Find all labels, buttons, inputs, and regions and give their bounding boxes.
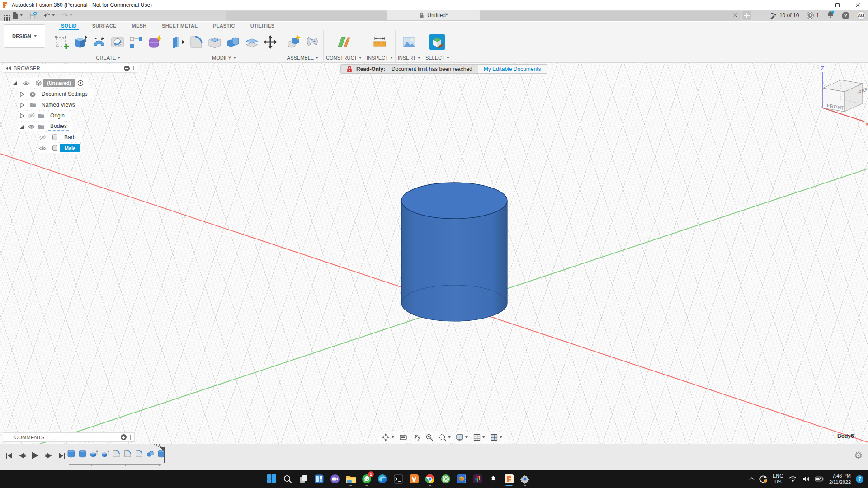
insert-dropdown[interactable]: INSERT: [398, 54, 420, 61]
eye-hidden-icon[interactable]: [28, 113, 35, 118]
terminal-button[interactable]: [392, 471, 404, 487]
extrude-button[interactable]: [71, 31, 90, 53]
eye-visible-icon[interactable]: [28, 124, 35, 129]
notifications-button[interactable]: [826, 10, 835, 20]
help-button[interactable]: ?: [842, 12, 849, 19]
collapsed-arrow-icon[interactable]: [19, 91, 25, 97]
language-switcher[interactable]: ENG US: [773, 473, 783, 484]
tab-sheet-metal[interactable]: SHEET METAL: [154, 22, 205, 30]
account-avatar[interactable]: AU: [857, 11, 865, 20]
fillet-button[interactable]: [187, 31, 205, 53]
activate-radio-icon[interactable]: [77, 80, 84, 86]
maximize-button[interactable]: [827, 0, 848, 10]
new-component-button[interactable]: [284, 31, 302, 53]
construct-dropdown[interactable]: CONSTRUCT: [326, 54, 362, 61]
editable-documents-link[interactable]: My Editable Documents: [484, 66, 541, 72]
wifi-icon[interactable]: [788, 475, 797, 483]
comments-panel[interactable]: COMMENTS: [3, 432, 135, 442]
undo-button[interactable]: [41, 11, 57, 19]
timeline-settings-gear-icon[interactable]: ⚙: [854, 450, 863, 460]
timeline-feature-fillet-1[interactable]: [111, 448, 121, 460]
file-menu-button[interactable]: [9, 11, 25, 20]
save-button[interactable]: [27, 11, 39, 20]
eye-visible-icon[interactable]: [22, 81, 30, 86]
settings-button[interactable]: [519, 471, 531, 487]
timeline-feature-fillet-2[interactable]: [123, 448, 132, 460]
browser-grip[interactable]: [132, 66, 134, 70]
whatsapp-button[interactable]: 1: [361, 471, 373, 487]
redo-button[interactable]: [59, 11, 75, 19]
tab-utilities[interactable]: UTILITIES: [243, 22, 283, 30]
close-button[interactable]: [848, 0, 868, 10]
timeline-feature-extrude-1[interactable]: [89, 448, 99, 460]
tray-clock[interactable]: 7:46 PM 2/11/2022: [829, 473, 851, 486]
history-button[interactable]: 1: [806, 11, 819, 19]
edge-button[interactable]: [377, 471, 388, 487]
fusion360-taskbar-button[interactable]: [503, 471, 515, 487]
battery-icon[interactable]: [815, 476, 824, 482]
go-to-start-button[interactable]: [5, 451, 14, 460]
construction-plane-button[interactable]: [335, 31, 353, 53]
timeline-position-marker[interactable]: [160, 445, 168, 463]
search-button[interactable]: [282, 471, 293, 487]
volume-icon[interactable]: [802, 475, 810, 483]
timeline-feature-fillet-3[interactable]: [134, 448, 144, 460]
collapsed-arrow-icon[interactable]: [19, 102, 25, 108]
tab-solid[interactable]: SOLID: [53, 22, 85, 30]
comments-expand-icon[interactable]: [121, 434, 127, 440]
chat-button[interactable]: [329, 471, 341, 487]
go-to-end-button[interactable]: [57, 451, 66, 460]
document-counter[interactable]: 10 of 10: [770, 12, 799, 19]
tab-surface[interactable]: SURFACE: [85, 22, 124, 30]
eye-visible-icon[interactable]: [39, 146, 47, 151]
display-settings-button[interactable]: [455, 432, 469, 442]
browser-header[interactable]: BROWSER: [3, 64, 137, 73]
insert-canvas-button[interactable]: [400, 31, 418, 53]
document-tab[interactable]: Untitled*: [387, 10, 480, 20]
pan-button[interactable]: [411, 432, 421, 442]
new-tab-button[interactable]: [742, 11, 751, 20]
tab-plastic[interactable]: PLASTIC: [205, 22, 242, 30]
create-sketch-button[interactable]: [53, 31, 71, 53]
cube-app-button[interactable]: [456, 471, 467, 487]
viewports-button[interactable]: [489, 432, 503, 442]
assemble-dropdown[interactable]: ASSEMBLE: [284, 54, 321, 61]
look-at-button[interactable]: [398, 432, 408, 442]
eye-hidden-icon[interactable]: [39, 135, 47, 140]
collapse-panel-icon[interactable]: [6, 66, 11, 70]
revolve-button[interactable]: [90, 31, 108, 53]
tree-row-barb[interactable]: Barb: [3, 132, 137, 143]
green-app-button[interactable]: [440, 471, 452, 487]
task-view-button[interactable]: [297, 471, 309, 487]
create-dropdown[interactable]: CREATE: [53, 54, 164, 61]
expanded-arrow-icon[interactable]: [12, 80, 18, 86]
combine-button[interactable]: [224, 31, 242, 53]
timeline-feature-extrude-2[interactable]: [100, 448, 110, 460]
select-button[interactable]: [428, 31, 446, 53]
slack-button[interactable]: [472, 471, 483, 487]
tree-row-document-settings[interactable]: Document Settings: [3, 89, 137, 99]
sync-tray-icon[interactable]: [759, 474, 768, 483]
chrome-button[interactable]: [424, 471, 436, 487]
start-button[interactable]: [266, 471, 278, 487]
tree-row-root[interactable]: (Unsaved): [3, 78, 137, 89]
widgets-button[interactable]: [313, 471, 325, 487]
tab-mesh[interactable]: MESH: [124, 22, 155, 30]
orbit-button[interactable]: [381, 432, 395, 442]
xampp-button[interactable]: [408, 471, 420, 487]
pattern-button[interactable]: [127, 31, 145, 53]
app-grid-button[interactable]: [2, 14, 8, 17]
cylinder-body-male[interactable]: [396, 179, 513, 329]
tab-close-button[interactable]: [732, 12, 738, 18]
press-pull-button[interactable]: [169, 31, 187, 53]
viewport-canvas[interactable]: Read-Only: Document limit has been reach…: [0, 63, 868, 444]
play-button[interactable]: [31, 451, 40, 460]
tree-row-named-views[interactable]: Named Views: [3, 99, 137, 110]
create-form-button[interactable]: [146, 31, 164, 53]
male-body-label[interactable]: Male: [60, 144, 80, 152]
minimize-button[interactable]: [807, 0, 827, 10]
zoom-button[interactable]: [425, 432, 434, 442]
offset-face-button[interactable]: [243, 31, 261, 53]
joint-button[interactable]: [303, 31, 321, 53]
viewcube[interactable]: Z X FRONT RIGHT: [806, 64, 868, 131]
